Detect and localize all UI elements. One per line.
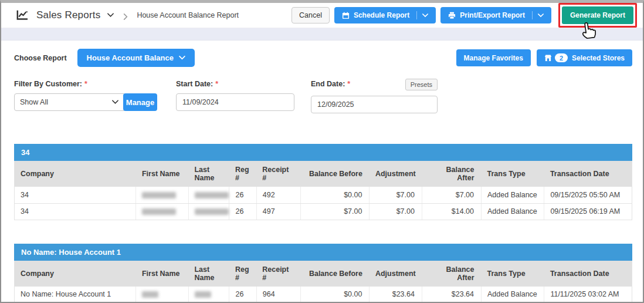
cell-last-name	[188, 203, 229, 220]
col-last-name: Last Name	[188, 261, 229, 287]
cell-adjustment: $23.64	[370, 287, 422, 303]
breadcrumb: House Account Balance Report	[137, 11, 239, 19]
report-type-value: House Account Balance	[87, 53, 174, 62]
selected-stores-button[interactable]: 2 Selected Stores	[537, 49, 632, 66]
hand-cursor-icon	[578, 20, 598, 40]
redacted-first-name	[142, 208, 176, 215]
generate-report-button[interactable]: Generate Report	[562, 6, 633, 24]
column-header-row: Company First Name Last Name Reg # Recei…	[15, 261, 632, 287]
printer-icon	[448, 12, 456, 19]
table-group-header: 34	[14, 144, 632, 161]
report-table: Company First Name Last Name Reg # Recei…	[14, 161, 632, 220]
table-group-header: No Name: House Account 1	[14, 244, 632, 261]
cell-balance-after: $14.00	[422, 203, 481, 220]
cell-reg: 26	[229, 187, 256, 203]
col-adjustment: Adjustment	[370, 261, 422, 287]
button-divider	[416, 11, 417, 19]
store-count-badge: 2	[555, 53, 568, 62]
col-receipt: Receipt #	[256, 261, 300, 287]
choose-report-label: Choose Report	[14, 54, 67, 62]
col-receipt: Receipt #	[256, 161, 300, 187]
cell-balance-before: $0.00	[300, 187, 370, 203]
cell-first-name	[136, 187, 189, 203]
customer-select[interactable]: Show All	[14, 93, 124, 111]
cell-trans-type: Added Balance	[482, 187, 544, 203]
chevron-down-icon	[538, 14, 544, 18]
cell-receipt: 964	[256, 287, 300, 303]
report-group: 34 Company First Name Last Name Reg # Re…	[14, 144, 632, 220]
required-asterisk: *	[215, 80, 218, 88]
cell-balance-before: $7.00	[300, 203, 370, 220]
required-asterisk: *	[347, 80, 350, 88]
calendar-icon	[342, 12, 350, 19]
required-asterisk: *	[84, 80, 87, 88]
redacted-first-name	[142, 192, 176, 198]
redacted-last-name	[195, 208, 229, 215]
start-date-column: Start Date: *	[176, 80, 294, 113]
col-trans-type: Trans Type	[482, 261, 544, 287]
report-content: Choose Report House Account Balance Mana…	[1, 41, 643, 303]
col-balance-after: Balance After	[422, 161, 481, 187]
cell-company: 34	[15, 187, 136, 203]
manage-favorites-button[interactable]: Manage Favorites	[456, 49, 531, 66]
redacted-first-name	[142, 291, 158, 298]
col-first-name: First Name	[136, 161, 189, 187]
col-adjustment: Adjustment	[370, 161, 422, 187]
cancel-button[interactable]: Cancel	[292, 7, 330, 23]
col-company: Company	[15, 261, 136, 287]
cell-reg: 26	[229, 203, 256, 220]
cell-company: No Name: House Account 1	[15, 287, 136, 303]
schedule-report-button[interactable]: Schedule Report	[334, 7, 436, 23]
col-balance-after: Balance After	[422, 261, 481, 287]
cell-reg: 26	[229, 287, 256, 303]
report-type-dropdown[interactable]: House Account Balance	[77, 49, 195, 67]
col-trans-type: Trans Type	[482, 161, 544, 187]
chevron-down-icon[interactable]	[107, 13, 114, 19]
choose-report-row: Choose Report House Account Balance Mana…	[14, 49, 632, 67]
presets-button[interactable]: Presets	[405, 79, 438, 90]
end-date-input[interactable]	[311, 96, 438, 113]
chevron-down-icon	[179, 56, 185, 60]
table-row[interactable]: No Name: House Account 1 26 964 $0.00 $2…	[15, 287, 632, 303]
col-company: Company	[15, 161, 136, 187]
manage-customers-button[interactable]: Manage	[123, 93, 157, 111]
cell-first-name	[136, 203, 189, 220]
column-header-row: Company First Name Last Name Reg # Recei…	[15, 161, 632, 187]
store-icon	[544, 54, 552, 62]
customer-select-value: Show All	[20, 98, 48, 106]
cell-last-name	[188, 287, 229, 303]
cell-trans-type: Added Balance	[482, 203, 544, 220]
cell-receipt: 492	[256, 187, 300, 203]
chevron-down-icon	[422, 14, 428, 18]
end-date-label: End Date:	[311, 80, 345, 88]
col-transaction-date: Transaction Date	[544, 261, 632, 287]
col-transaction-date: Transaction Date	[544, 161, 632, 187]
cell-receipt: 497	[256, 203, 300, 220]
cell-balance-after: $7.00	[422, 187, 481, 203]
cell-transaction-date: 11/11/2025 03:02 AM	[544, 287, 632, 303]
start-date-input[interactable]	[176, 93, 294, 111]
app-header: Sales Reports House Account Balance Repo…	[1, 3, 643, 28]
cell-transaction-date: 09/15/2025 05:50 AM	[544, 187, 632, 203]
end-date-column: End Date: * Presets	[311, 80, 438, 113]
print-export-report-label: Print/Export Report	[460, 11, 525, 19]
header-sub-strip	[1, 28, 643, 41]
schedule-report-label: Schedule Report	[354, 11, 409, 19]
cell-balance-before: $0.00	[300, 287, 370, 303]
page-title: Sales Reports	[36, 9, 100, 21]
cell-adjustment: $7.00	[370, 187, 422, 203]
customer-filter-column: Filter By Customer: * Show All Manage	[14, 80, 160, 113]
cell-adjustment: $7.00	[370, 203, 422, 220]
col-balance-before: Balance Before	[300, 161, 370, 187]
button-divider	[532, 11, 533, 19]
cell-first-name	[136, 287, 189, 303]
print-export-report-button[interactable]: Print/Export Report	[440, 7, 551, 23]
col-reg: Reg #	[229, 261, 256, 287]
report-table: Company First Name Last Name Reg # Recei…	[14, 261, 632, 303]
cell-balance-after: $23.64	[422, 287, 481, 303]
report-group: No Name: House Account 1 Company First N…	[14, 244, 632, 303]
table-row[interactable]: 34 26 492 $0.00 $7.00 $7.00 Added Balanc…	[15, 187, 632, 203]
cell-trans-type: Added Balance	[482, 287, 544, 303]
redacted-last-name	[195, 192, 229, 198]
table-row[interactable]: 34 26 497 $7.00 $7.00 $14.00 Added Balan…	[15, 203, 632, 220]
